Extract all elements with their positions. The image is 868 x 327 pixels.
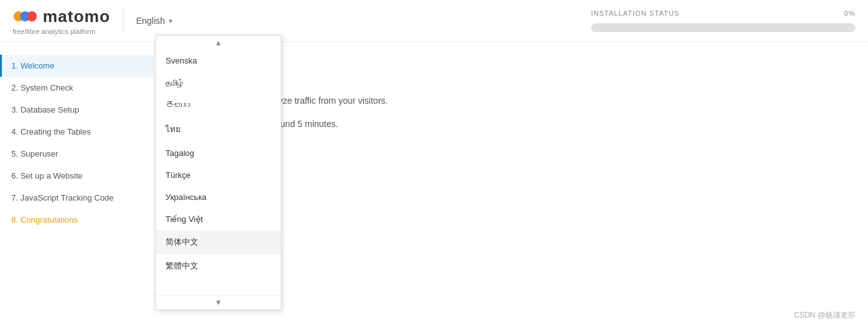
sidebar-item-congratulations[interactable]: 8. Congratulations bbox=[0, 209, 154, 231]
dropdown-item-traditional-chinese[interactable]: 繁體中文 bbox=[156, 254, 281, 278]
sidebar: 1. Welcome 2. System Check 3. Database S… bbox=[0, 42, 154, 319]
dropdown-item-svenska[interactable]: Svenska bbox=[156, 50, 281, 72]
dropdown-item-thai[interactable]: ไทย bbox=[156, 116, 281, 142]
dropdown-item-telugu[interactable]: తెలుగు bbox=[156, 94, 281, 116]
logo-text: matomo bbox=[43, 7, 110, 26]
progress-bar-container bbox=[591, 23, 855, 32]
dropdown-item-simplified-chinese[interactable]: 简体中文 bbox=[156, 230, 281, 254]
installation-status-label: INSTALLATION STATUS bbox=[591, 9, 679, 17]
language-selector[interactable]: English ▼ bbox=[136, 16, 174, 26]
svg-point-2 bbox=[26, 11, 37, 21]
scroll-down-arrow[interactable]: ▼ bbox=[156, 295, 281, 309]
sidebar-item-welcome[interactable]: 1. Welcome bbox=[0, 55, 154, 77]
language-label: English bbox=[136, 16, 165, 26]
dropdown-item-ukrainian[interactable]: Українська bbox=[156, 186, 281, 208]
dropdown-item-vietnamese[interactable]: Tiếng Việt bbox=[156, 208, 281, 230]
header: matomo free/libre analytics platform Eng… bbox=[0, 0, 868, 42]
logo: matomo bbox=[13, 6, 110, 26]
sidebar-item-tracking-code[interactable]: 7. JavaScript Tracking Code bbox=[0, 187, 154, 209]
sidebar-item-creating-tables[interactable]: 4. Creating the Tables bbox=[0, 121, 154, 143]
main-layout: 1. Welcome 2. System Check 3. Database S… bbox=[0, 42, 868, 319]
sidebar-item-database-setup[interactable]: 3. Database Setup bbox=[0, 99, 154, 121]
installation-status-percentage: 0% bbox=[844, 9, 855, 17]
header-divider bbox=[123, 8, 123, 33]
watermark: CSDN @杨浦老苏 bbox=[794, 310, 855, 321]
language-dropdown: ▲ Svenska தமிழ் తెలుగు ไทย Tagalog Türkç… bbox=[155, 35, 281, 310]
language-arrow: ▼ bbox=[167, 18, 174, 25]
dropdown-item-turkish[interactable]: Türkçe bbox=[156, 164, 281, 186]
logo-area: matomo free/libre analytics platform bbox=[13, 6, 110, 35]
sidebar-item-setup-website[interactable]: 6. Set up a Website bbox=[0, 165, 154, 187]
dropdown-item-tagalog[interactable]: Tagalog bbox=[156, 142, 281, 164]
matomo-logo-icon bbox=[13, 6, 38, 26]
dropdown-scroll-area[interactable]: Svenska தமிழ் తెలుగు ไทย Tagalog Türkçe … bbox=[156, 50, 281, 295]
sidebar-item-superuser[interactable]: 5. Superuser bbox=[0, 143, 154, 165]
logo-subtitle: free/libre analytics platform bbox=[13, 28, 95, 35]
dropdown-item-tamil[interactable]: தமிழ் bbox=[156, 72, 281, 94]
sidebar-item-system-check[interactable]: 2. System Check bbox=[0, 77, 154, 99]
scroll-up-arrow[interactable]: ▲ bbox=[156, 35, 281, 50]
installation-status: INSTALLATION STATUS 0% bbox=[591, 9, 855, 32]
